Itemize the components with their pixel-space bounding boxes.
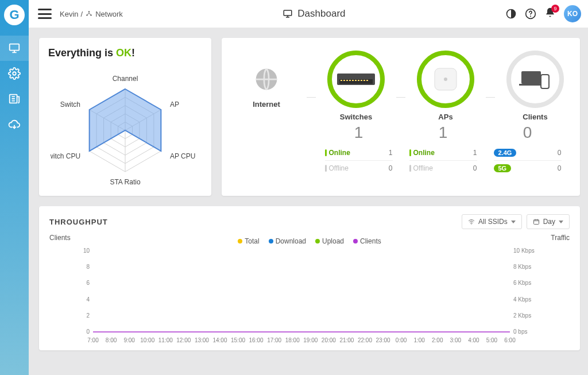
aps-online-val: 1 (473, 149, 477, 157)
svg-text:11:00: 11:00 (158, 337, 173, 343)
legend-download: Download (276, 237, 306, 245)
svg-rect-41 (533, 220, 539, 225)
svg-rect-32 (361, 80, 362, 81)
topo-internet: Internet (232, 63, 301, 109)
svg-text:12:00: 12:00 (176, 337, 191, 343)
svg-text:10: 10 (83, 248, 90, 254)
switch-icon (336, 69, 376, 90)
ssid-dropdown[interactable]: All SSIDs (462, 214, 522, 229)
devices-icon (519, 68, 551, 91)
svg-text:8 Kbps: 8 Kbps (513, 264, 531, 270)
topology-card: Internet Switches (222, 38, 580, 196)
legend-upload: Upload (322, 237, 344, 245)
calendar-icon (533, 218, 540, 225)
breadcrumb-network: Network (95, 10, 123, 18)
legend-clients: Clients (360, 237, 381, 245)
svg-point-1 (13, 72, 16, 75)
svg-point-9 (530, 16, 531, 17)
breadcrumb[interactable]: Kevin / Network (60, 10, 123, 18)
clients-stats: 0 2.4G0 5G0 (490, 118, 565, 175)
clients-5g-val: 0 (558, 164, 562, 172)
svg-text:2:00: 2:00 (432, 337, 443, 343)
svg-rect-25 (341, 80, 342, 81)
ssid-dropdown-label: All SSIDs (478, 218, 508, 226)
svg-rect-38 (519, 84, 543, 86)
topbar: Kevin / Network Dashboard 9 KO (29, 0, 588, 28)
sidebar-item-cloud[interactable] (0, 111, 29, 137)
legend-dot-download (269, 239, 273, 243)
notifications-button[interactable]: 9 (544, 7, 556, 21)
right-axis-title: Traffic (542, 231, 570, 346)
topbar-center: Dashboard (123, 8, 505, 20)
sidebar-item-dashboard[interactable] (0, 36, 29, 61)
svg-point-3 (88, 11, 90, 12)
svg-text:4:00: 4:00 (468, 337, 479, 343)
svg-point-40 (471, 223, 471, 224)
svg-text:18:00: 18:00 (285, 337, 300, 343)
svg-text:19:00: 19:00 (303, 337, 318, 343)
avatar[interactable]: KO (564, 5, 581, 22)
svg-text:0: 0 (86, 328, 90, 335)
svg-text:10 Kbps: 10 Kbps (513, 248, 535, 254)
svg-rect-31 (358, 80, 359, 81)
chevron-down-icon (559, 221, 563, 223)
hamburger-menu[interactable] (38, 9, 52, 19)
ap-icon (430, 64, 461, 95)
svg-text:STA Ratio: STA Ratio (110, 178, 140, 186)
brand-letter: G (9, 7, 19, 22)
topo-aps[interactable]: APs (411, 51, 480, 121)
svg-text:8: 8 (86, 264, 90, 270)
monitor-icon (8, 42, 21, 55)
wifi-icon (468, 218, 475, 225)
svg-text:17:00: 17:00 (267, 337, 281, 343)
period-dropdown-label: Day (543, 218, 555, 226)
switches-count: 1 (322, 123, 396, 142)
aps-count: 1 (406, 123, 481, 142)
clients-24g-val: 0 (558, 149, 562, 157)
svg-text:20:00: 20:00 (322, 337, 336, 343)
period-dropdown[interactable]: Day (527, 214, 570, 229)
svg-text:Switch CPU: Switch CPU (51, 152, 80, 160)
status-prefix: Everything is (48, 47, 116, 59)
svg-rect-27 (346, 80, 348, 81)
switches-stats: 1 Online1 Offline0 (322, 118, 396, 175)
switches-online-val: 1 (389, 149, 393, 157)
svg-text:3:00: 3:00 (450, 337, 462, 343)
svg-text:14:00: 14:00 (212, 337, 227, 343)
svg-text:8:00: 8:00 (106, 337, 117, 343)
throughput-chart: 1010 Kbps88 Kbps66 Kbps44 Kbps22 Kbps00 … (77, 245, 542, 346)
svg-text:10:00: 10:00 (140, 337, 154, 343)
radar-chart: ChannelAPAP CPUSTA RatioSwitch CPUSwitch (51, 63, 200, 189)
status-ok-word: OK (116, 47, 131, 59)
clients-count: 0 (490, 123, 565, 142)
aps-offline-label: Offline (409, 164, 433, 172)
topo-internet-label: Internet (253, 100, 280, 109)
contrast-icon[interactable] (505, 8, 517, 20)
breadcrumb-sep: / (81, 10, 83, 18)
sidebar-item-reports[interactable] (0, 86, 29, 111)
help-icon[interactable] (525, 8, 536, 20)
svg-text:1:00: 1:00 (413, 337, 425, 343)
topo-connector (307, 97, 316, 98)
clients-24g-label: 2.4G (494, 149, 517, 157)
svg-text:2: 2 (86, 312, 90, 319)
cloud-sync-icon (8, 118, 21, 130)
gear-icon (8, 67, 21, 80)
topo-clients[interactable]: Clients (501, 51, 570, 121)
svg-rect-30 (355, 80, 357, 81)
svg-text:AP CPU: AP CPU (170, 152, 195, 160)
svg-point-36 (444, 78, 447, 81)
brand-logo[interactable]: G (4, 5, 25, 25)
svg-text:15:00: 15:00 (231, 337, 245, 343)
content: Everything is OK! ChannelAPAP CPUSTA Rat… (29, 28, 588, 375)
throughput-title: THROUGHPUT (49, 218, 108, 226)
topo-switches[interactable]: Switches (322, 51, 390, 121)
svg-text:16:00: 16:00 (249, 337, 264, 343)
sidebar: G (0, 0, 29, 375)
clients-5g-label: 5G (494, 164, 512, 172)
aps-stats: 1 Online1 Offline0 (406, 118, 481, 175)
sidebar-item-settings[interactable] (0, 61, 29, 86)
topbar-actions: 9 KO (505, 5, 581, 22)
left-axis-title: Clients (49, 231, 77, 346)
svg-rect-29 (352, 80, 354, 81)
